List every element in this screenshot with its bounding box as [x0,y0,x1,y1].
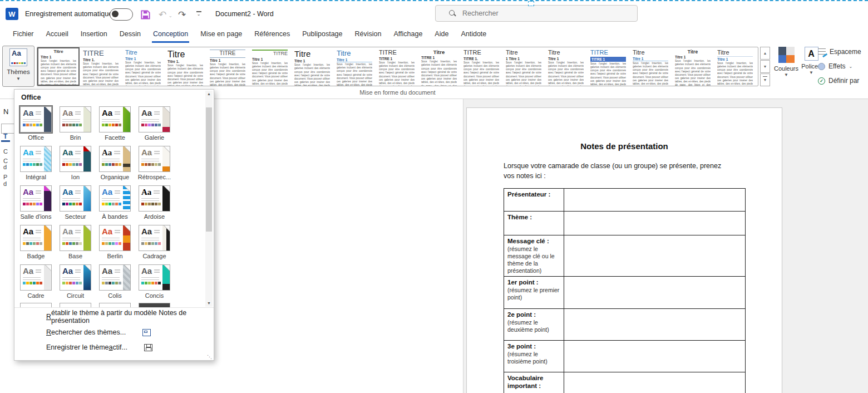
gallery-scroll-down-button[interactable]: ▼ [760,60,770,73]
effets-button[interactable]: Effets ⌄ [818,62,852,70]
tab-références[interactable]: Références [248,26,296,43]
tab-publipostage[interactable]: Publipostage [296,26,348,43]
theme-item-à-bandes[interactable]: AaÀ bandes [99,185,131,220]
theme-item-berlin[interactable]: AaBerlin [99,225,131,259]
theme-item-cadre[interactable]: AaCadre [20,264,52,299]
theme-item-base[interactable]: AaBase [60,225,91,259]
scrollbar-thumb[interactable] [206,107,212,232]
table-label-cell[interactable]: 3e point :(résumez le troisième point) [504,340,564,372]
style-set-item-3[interactable]: TitreTitre 1Sous l'onglet Insertion, les… [122,47,164,86]
theme-item-badge[interactable]: AaBadge [20,225,52,259]
theme-item-rétrospec-[interactable]: AaRétrospec... [139,146,170,180]
style-set-item-2[interactable]: TITRETitre 1.Sous l'onglet Insertion, le… [80,47,122,86]
table-value-cell[interactable] [564,308,746,340]
theme-item-ion[interactable]: AaIon [60,146,91,180]
theme-item-circuit[interactable]: AaCircuit [60,264,91,299]
table-value-cell[interactable] [564,189,746,212]
autosave-toggle[interactable] [110,8,133,21]
theme-thumbnail-partial[interactable] [60,303,91,307]
couleurs-button[interactable]: Couleurs ▼ [772,47,800,77]
theme-thumbnail: Aa [139,185,170,212]
table-label-cell[interactable]: Vocabulaire important : [504,372,564,393]
browse-themes-menu-item[interactable]: Rechercher des thèmes... [14,326,210,339]
tab-aide[interactable]: Aide [428,26,455,43]
table-value-cell[interactable] [564,276,746,308]
search-box[interactable] [435,5,638,22]
style-set-item-1[interactable]: TitreTitre 1Sous l'onglet Insertion, les… [37,47,80,86]
theme-item-organique[interactable]: AaOrganique [99,146,131,180]
save-button[interactable] [139,8,152,21]
document-page[interactable]: Notes de présentation Lorsque votre cama… [466,107,782,393]
table-label-cell[interactable]: Thème : [504,212,564,235]
theme-item-cadrage[interactable]: AaCadrage [139,225,170,259]
style-set-item-8[interactable]: TitreTitre 1Sous l'onglet Insertion, les… [333,47,376,86]
style-set-item-13[interactable]: TitreTitre 1Sous l'onglet Insertion, les… [545,47,587,86]
table-value-cell[interactable] [564,372,746,393]
style-set-item-5[interactable]: TITRETitre 1Sous l'onglet Insertion, les… [206,47,249,86]
style-set-item-14[interactable]: TITRETITRE 1Sous l'onglet Insertion, les… [587,47,629,86]
table-label-cell[interactable]: 1er point :(résumez le premier point) [504,276,564,308]
table-value-cell[interactable] [564,340,746,372]
style-set-item-15[interactable]: TitreTitre 1Sous l'onglet Insertion, les… [629,47,672,86]
save-current-theme-menu-item[interactable]: Enregistrer le thème actif... [14,341,210,354]
tab-accueil[interactable]: Accueil [40,26,75,43]
scroll-down-arrow-icon[interactable]: ▼ [205,300,213,307]
espacement-button[interactable]: Espaceme [818,48,861,56]
tab-mise-en-page[interactable]: Mise en page [194,26,248,43]
themes-button[interactable]: Aa Thèmes ▼ [2,46,34,87]
theme-item-secteur[interactable]: AaSecteur [60,185,91,220]
theme-color-swatches [62,124,82,127]
theme-item-galerie[interactable]: AaGalerie [139,106,170,141]
style-set-item-9[interactable]: TITRETITRE 1Sous l'onglet Insertion, les… [376,47,418,86]
tab-insertion[interactable]: Insertion [75,26,114,43]
doc-paragraph-line2[interactable]: vos notes ici : [504,172,546,180]
tab-conception[interactable]: Conception [147,26,194,43]
couleurs-label: Couleurs [774,65,798,72]
style-set-item-6[interactable]: TITRETitre 1Sous l'onglet Insertion, les… [249,47,291,86]
gallery-scroll-up-button[interactable]: ▲ [760,47,770,60]
table-label-cell[interactable]: Message clé :(résumez le message clé ou … [504,235,564,277]
tab-antidote[interactable]: Antidote [455,26,492,43]
theme-item-colis[interactable]: AaColis [99,264,131,299]
resize-grip-icon[interactable]: ⋱ [207,354,212,360]
undo-dropdown-icon[interactable]: ⌄ [169,13,172,18]
table-label-cell[interactable]: Présentateur : [504,189,564,212]
style-set-item-10[interactable]: TitreTITRE 1Sous l'onglet Insertion, les… [418,47,460,86]
tab-affichage[interactable]: Affichage [387,26,428,43]
theme-thumbnail-partial[interactable] [20,303,52,307]
tab-dessin[interactable]: Dessin [114,26,147,43]
theme-thumbnail-partial[interactable] [139,303,170,307]
theme-item-intégral[interactable]: AaIntégral [20,146,52,180]
definir-par-defaut-button[interactable]: ✓ Définir par [818,77,859,85]
style-set-title: TITRE [379,50,415,56]
theme-label: Concis [134,292,175,299]
theme-item-facette[interactable]: AaFacette [99,106,131,141]
doc-heading[interactable]: Notes de présentation [467,141,782,151]
style-set-item-17[interactable]: TitreTitre 1Sous l'onglet Insertion, les… [714,47,756,86]
doc-paragraph-line1[interactable]: Lorsque votre camarade de classe (ou un … [504,162,721,170]
themes-scrollbar[interactable]: ▲ ▼ [205,91,213,307]
theme-thumbnail-partial[interactable] [99,303,131,307]
style-set-item-7[interactable]: TitreTitre 1Sous l'onglet Insertion, les… [291,47,333,86]
scroll-up-arrow-icon[interactable]: ▲ [205,91,213,97]
style-set-item-16[interactable]: TitreTitre 1Sous l'onglet Insertion, les… [672,47,714,86]
style-set-item-4[interactable]: TitreTitre 1.Sous l'onglet Insertion, le… [164,47,206,86]
customize-quick-access-button[interactable]: ⌄ [195,11,202,17]
theme-item-concis[interactable]: AaConcis [139,264,170,299]
tab-fichier[interactable]: Fichier [7,26,40,43]
theme-item-brin[interactable]: AaBrin [60,106,91,141]
table-value-cell[interactable] [564,235,746,277]
gallery-expand-button[interactable]: ▼ [760,73,770,86]
redo-button[interactable]: ↷ [175,8,189,21]
style-set-item-11[interactable]: TITRETITRE 1.Sous l'onglet Insertion, le… [460,47,502,86]
style-set-item-12[interactable]: Titre1 Titre 1Sous l'onglet Insertion, l… [502,47,545,86]
reset-theme-menu-item[interactable]: Rétablir le thème à partir du modèle Not… [14,310,210,323]
theme-item-salle-d-ions[interactable]: AaSalle d'ions [20,185,52,220]
tab-révision[interactable]: Révision [349,26,388,43]
theme-item-ardoise[interactable]: AaArdoise [139,185,170,220]
theme-item-office[interactable]: AaOffice [20,106,52,141]
table-value-cell[interactable] [564,212,746,235]
undo-button[interactable]: ↶ [156,8,169,21]
table-label-cell[interactable]: 2e point :(résumez le deuxième point) [504,308,564,340]
search-input[interactable] [461,9,619,18]
